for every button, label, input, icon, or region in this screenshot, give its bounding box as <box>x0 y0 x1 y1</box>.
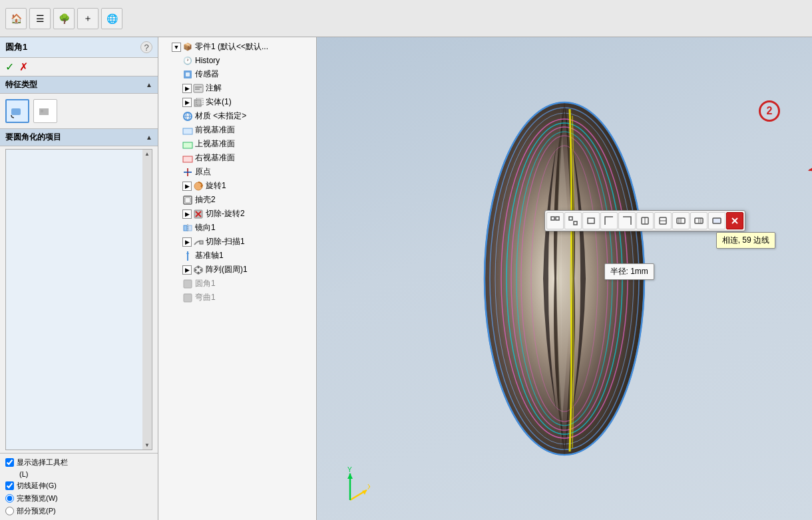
y-axis-label: Y <box>347 467 352 473</box>
tree-toggle-annotation[interactable]: ▶ <box>182 84 192 93</box>
tree-item-sensor[interactable]: 传感器 <box>158 67 316 81</box>
feature-type-section-header[interactable]: 特征类型 ▲ <box>0 76 158 94</box>
tree-toggle-cut-revolve2[interactable]: ▶ <box>182 209 192 219</box>
svg-rect-55 <box>569 217 572 220</box>
mini-toolbar-btn-5[interactable] <box>618 212 636 229</box>
tree-toggle-part[interactable]: ▼ <box>172 43 181 52</box>
feature-type-icon-2[interactable] <box>33 99 57 123</box>
items-section-title: 要圆角化的项目 <box>5 132 61 143</box>
mini-toolbar-btn-2[interactable] <box>564 212 582 229</box>
x-axis-label: X <box>367 483 370 491</box>
tree-toggle-cut-sweep1[interactable]: ▶ <box>182 237 192 247</box>
show-toolbar-row: 显示选择工具栏 <box>5 457 152 467</box>
tree-item-axis1[interactable]: 基准轴1 <box>158 249 316 263</box>
annotation-circle-2: 2 <box>759 100 780 122</box>
mini-toolbar-btn-7[interactable] <box>654 212 672 229</box>
tree-label-sensor: 传感器 <box>195 68 219 80</box>
tree-item-top-plane[interactable]: 上视基准面 <box>158 137 316 151</box>
scroll-up-arrow[interactable]: ▲ <box>143 150 151 158</box>
scroll-down-arrow[interactable]: ▼ <box>143 441 151 450</box>
mini-toolbar-btn-4[interactable] <box>600 212 618 229</box>
tree-item-solid[interactable]: ▶ 实体(1) <box>158 95 316 109</box>
tree-toggle-solid[interactable]: ▶ <box>182 98 192 107</box>
tree-icon-pattern1 <box>193 265 204 275</box>
show-toolbar-sublabel-row: (L) <box>5 470 152 478</box>
tree-icon-cut-sweep1 <box>193 237 204 247</box>
tree-item-cut-sweep1[interactable]: ▶ 切除-扫描1 <box>158 235 316 249</box>
tree-label-revolve1: 旋转1 <box>206 180 226 192</box>
tree-icon-fillet1 <box>182 279 193 289</box>
help-button[interactable]: ? <box>140 41 152 53</box>
tree-icon-sensor <box>182 69 193 80</box>
tree-item-annotation[interactable]: ▶ 注解 <box>158 81 316 95</box>
partial-preview-radio[interactable] <box>5 507 14 515</box>
tree-item-pattern1[interactable]: ▶ 阵列(圆周)1 <box>158 263 316 277</box>
feature-type-icon-1[interactable] <box>5 99 29 123</box>
items-list-box[interactable]: ▲ ▼ <box>5 149 152 450</box>
toolbar-tree-btn[interactable]: 🌳 <box>53 8 75 29</box>
tree-item-cut-revolve2[interactable]: ▶ 切除-旋转2 <box>158 207 316 221</box>
tree-item-revolve1[interactable]: ▶ 旋转1 <box>158 179 316 193</box>
tree-label-shell2: 抽壳2 <box>195 194 216 205</box>
tree-item-history[interactable]: 🕐 History <box>158 54 316 67</box>
mini-toolbar-btn-1[interactable] <box>546 212 564 229</box>
tree-icon-top-plane <box>182 139 193 150</box>
mini-toolbar-btn-3[interactable] <box>582 212 600 229</box>
confirm-row: ✓ ✗ <box>0 58 158 76</box>
toolbar-plus-btn[interactable]: ＋ <box>77 8 99 29</box>
show-toolbar-label: 显示选择工具栏 <box>17 457 68 467</box>
tooltip-text: 相连, 59 边线 <box>722 235 769 245</box>
tree-icon-front-plane <box>182 125 193 136</box>
items-scrollbar[interactable]: ▲ ▼ <box>142 150 152 450</box>
svg-rect-68 <box>713 218 721 223</box>
annotation-2-label: 2 <box>767 105 773 117</box>
tree-label-front-plane: 前视基准面 <box>195 124 235 136</box>
svg-rect-35 <box>184 280 192 288</box>
tree-toggle-pattern1[interactable]: ▶ <box>182 265 192 275</box>
tree-item-fillet1[interactable]: 圆角1 <box>158 277 316 291</box>
svg-rect-0 <box>11 108 21 115</box>
main-area: 圆角1 ? ✓ ✗ 特征类型 ▲ <box>0 37 812 520</box>
show-toolbar-checkbox[interactable] <box>5 458 14 467</box>
full-preview-radio[interactable] <box>5 494 14 503</box>
svg-marker-74 <box>347 473 353 479</box>
tangent-extend-label: 切线延伸(G) <box>17 481 57 491</box>
tree-icon-axis1 <box>182 251 193 261</box>
radius-text: 半径: 1mm <box>610 267 648 276</box>
toolbar-globe-btn[interactable]: 🌐 <box>101 8 122 29</box>
tree-label-pattern1: 阵列(圆周)1 <box>206 264 248 275</box>
mini-toolbar-btn-10[interactable] <box>708 212 725 229</box>
tree-item-shell2[interactable]: 抽壳2 <box>158 193 316 207</box>
tree-label-part: 零件1 (默认<<默认... <box>195 41 268 53</box>
tree-icon-revolve1 <box>193 181 204 192</box>
items-section-header[interactable]: 要圆角化的项目 ▲ <box>0 129 158 146</box>
mini-toolbar-btn-close[interactable] <box>726 212 743 229</box>
mini-toolbar-btn-6[interactable] <box>636 212 654 229</box>
feature-title: 圆角1 <box>5 41 27 53</box>
tangent-extend-checkbox[interactable] <box>5 481 14 490</box>
tree-item-right-plane[interactable]: 右视基准面 <box>158 151 316 165</box>
confirm-check-btn[interactable]: ✓ <box>5 61 14 73</box>
cancel-cross-btn[interactable]: ✗ <box>19 61 28 73</box>
tree-item-bend1[interactable]: 弯曲1 <box>158 291 316 305</box>
tree-item-origin[interactable]: 原点 <box>158 165 316 179</box>
svg-rect-53 <box>551 217 554 220</box>
svg-rect-36 <box>184 294 192 302</box>
toolbar-home-btn[interactable]: 🏠 <box>5 8 27 29</box>
tree-toggle-revolve1[interactable]: ▶ <box>182 182 192 191</box>
svg-line-51 <box>809 150 812 170</box>
tree-item-mirror1[interactable]: 镜向1 <box>158 221 316 235</box>
tree-item-material[interactable]: 材质 <未指定> <box>158 109 316 123</box>
tree-icon-origin <box>182 167 193 178</box>
tree-item-part[interactable]: ▼ 📦 零件1 (默认<<默认... <box>158 40 316 54</box>
tooltip-box: 相连, 59 边线 <box>716 232 775 249</box>
items-section-arrow: ▲ <box>146 134 152 141</box>
viewport[interactable]: 1 2 <box>317 37 812 520</box>
tree-item-front-plane[interactable]: 前视基准面 <box>158 123 316 137</box>
svg-rect-26 <box>188 225 192 231</box>
svg-rect-5 <box>194 84 203 92</box>
mini-toolbar-btn-8[interactable] <box>672 212 690 229</box>
mini-toolbar-btn-9[interactable] <box>690 212 708 229</box>
partial-preview-row: 部分预览(P) <box>5 506 152 516</box>
toolbar-list-btn[interactable]: ☰ <box>29 8 51 29</box>
